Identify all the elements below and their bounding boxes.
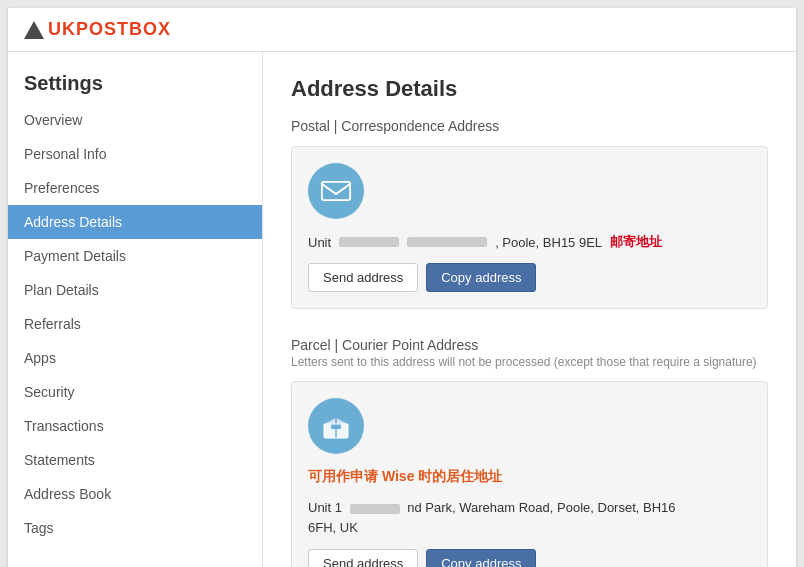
sidebar-item-personal-info[interactable]: Personal Info — [8, 137, 262, 171]
postal-icon-circle — [308, 163, 364, 219]
svg-rect-3 — [322, 182, 350, 200]
sidebar-item-overview[interactable]: Overview — [8, 103, 262, 137]
parcel-address-middle: nd Park, Wareham Road, Poole, Dorset, BH… — [407, 500, 675, 515]
postal-copy-button[interactable]: Copy address — [426, 263, 536, 292]
parcel-section: Parcel | Courier Point Address Letters s… — [291, 337, 768, 567]
parcel-button-row: Send address Copy address — [308, 549, 751, 567]
parcel-address-suffix: 6FH, UK — [308, 520, 358, 535]
postal-icon-row — [308, 163, 751, 219]
parcel-address-prefix: Unit 1 — [308, 500, 342, 515]
sidebar-item-tags[interactable]: Tags — [8, 511, 262, 545]
sidebar-item-address-details[interactable]: Address Details — [8, 205, 262, 239]
parcel-subtitle: Letters sent to this address will not be… — [291, 355, 768, 369]
parcel-section-title: Parcel | Courier Point Address Letters s… — [291, 337, 768, 369]
inner-frame: UKPOSTBOX Settings Overview Personal Inf… — [8, 8, 796, 567]
logo-text: UKPOSTBOX — [48, 19, 171, 40]
parcel-copy-button[interactable]: Copy address — [426, 549, 536, 567]
parcel-redacted-1 — [350, 504, 400, 514]
postal-address-row: Unit , Poole, BH15 9EL 邮寄地址 — [308, 233, 751, 251]
sidebar-item-transactions[interactable]: Transactions — [8, 409, 262, 443]
sidebar-item-statements[interactable]: Statements — [8, 443, 262, 477]
postal-section: Postal | Correspondence Address — [291, 118, 768, 309]
logo-triangle-icon — [24, 21, 44, 39]
envelope-icon — [320, 175, 352, 207]
parcel-address-card: 可用作申请 Wise 时的居住地址 Unit 1 nd Park, Wareha… — [291, 381, 768, 567]
sidebar-title: Settings — [8, 60, 262, 103]
parcel-title-main: Parcel | Courier Point Address — [291, 337, 768, 353]
svg-rect-8 — [331, 424, 341, 429]
parcel-send-button[interactable]: Send address — [308, 549, 418, 567]
postal-annotation: 邮寄地址 — [610, 233, 662, 251]
header: UKPOSTBOX — [8, 8, 796, 52]
parcel-address-row: 可用作申请 Wise 时的居住地址 — [308, 468, 751, 486]
sidebar-item-payment-details[interactable]: Payment Details — [8, 239, 262, 273]
sidebar-item-address-book[interactable]: Address Book — [8, 477, 262, 511]
parcel-icon — [320, 410, 352, 442]
sidebar-item-security[interactable]: Security — [8, 375, 262, 409]
postal-redacted-2 — [407, 237, 487, 247]
content-area: Address Details Postal | Correspondence … — [263, 52, 796, 567]
logo-postbox: POSTBOX — [76, 19, 171, 39]
parcel-icon-row — [308, 398, 751, 454]
parcel-annotation: 可用作申请 Wise 时的居住地址 — [308, 468, 502, 486]
page-title: Address Details — [291, 76, 768, 102]
postal-button-row: Send address Copy address — [308, 263, 751, 292]
postal-address-prefix: Unit — [308, 235, 331, 250]
sidebar: Settings Overview Personal Info Preferen… — [8, 52, 263, 567]
postal-redacted-1 — [339, 237, 399, 247]
main-layout: Settings Overview Personal Info Preferen… — [8, 52, 796, 567]
logo-uk: UK — [48, 19, 76, 39]
parcel-address-multiline: Unit 1 nd Park, Wareham Road, Poole, Dor… — [308, 498, 751, 537]
sidebar-item-preferences[interactable]: Preferences — [8, 171, 262, 205]
logo-area: UKPOSTBOX — [24, 19, 171, 40]
postal-section-title: Postal | Correspondence Address — [291, 118, 768, 134]
sidebar-item-referrals[interactable]: Referrals — [8, 307, 262, 341]
postal-address-suffix: , Poole, BH15 9EL — [495, 235, 602, 250]
postal-send-button[interactable]: Send address — [308, 263, 418, 292]
parcel-icon-circle — [308, 398, 364, 454]
outer-frame: UKPOSTBOX Settings Overview Personal Inf… — [0, 0, 804, 567]
sidebar-item-plan-details[interactable]: Plan Details — [8, 273, 262, 307]
sidebar-item-apps[interactable]: Apps — [8, 341, 262, 375]
postal-address-card: Unit , Poole, BH15 9EL 邮寄地址 Send address… — [291, 146, 768, 309]
